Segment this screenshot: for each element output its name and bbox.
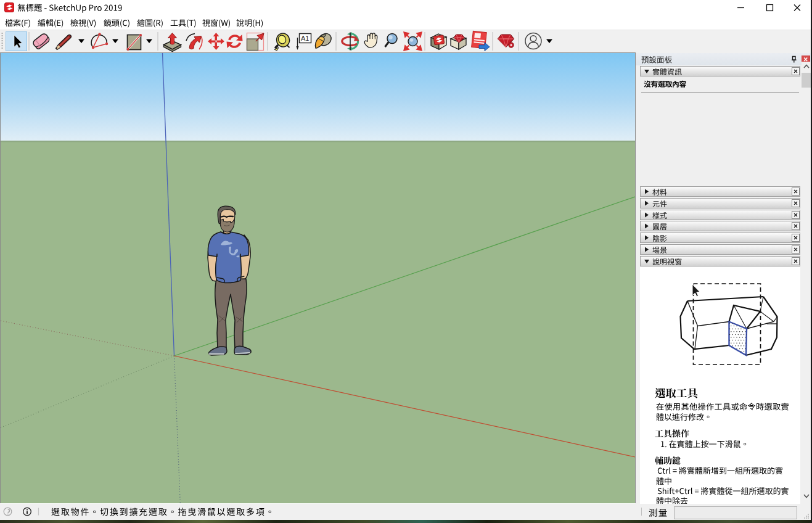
svg-text:A1: A1 xyxy=(301,35,309,42)
